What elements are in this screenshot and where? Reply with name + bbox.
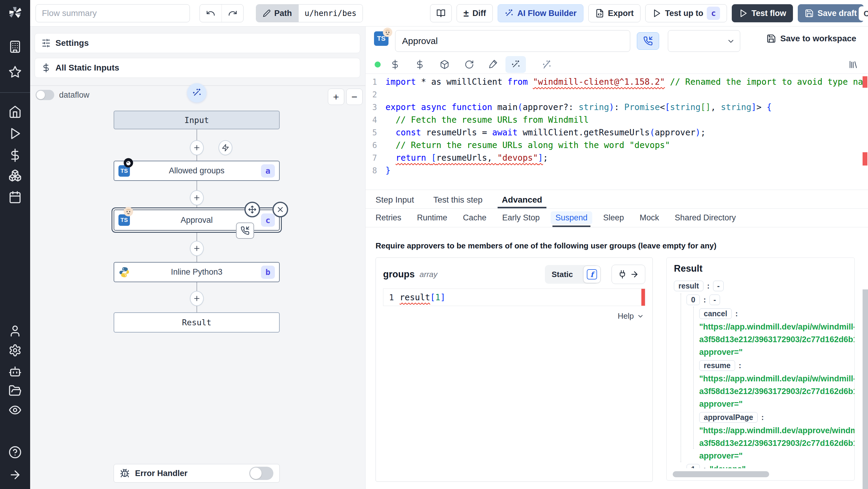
add-trigger-button[interactable] bbox=[218, 140, 232, 155]
ai-assist-button[interactable] bbox=[187, 83, 207, 102]
error-handler-toggle[interactable] bbox=[249, 467, 273, 480]
save-draft-button[interactable]: Save draft C bbox=[798, 4, 864, 22]
step-title-input[interactable] bbox=[395, 30, 630, 52]
code-token: main bbox=[492, 102, 518, 112]
code-line[interactable]: 5 const resumeUrls = await wmillClient.g… bbox=[366, 126, 868, 139]
diff-button[interactable]: ± Diff bbox=[457, 4, 493, 22]
flow-summary-input[interactable] bbox=[36, 4, 190, 22]
code-token: // Return the resume URLs along with the… bbox=[396, 140, 670, 150]
variables-icon[interactable] bbox=[8, 149, 22, 162]
subtab-shared-directory[interactable]: Shared Directory bbox=[675, 209, 736, 227]
add-step-button[interactable] bbox=[190, 291, 204, 306]
horizontal-scrollbar-thumb[interactable] bbox=[673, 471, 769, 477]
resources-icon-button[interactable] bbox=[413, 58, 427, 71]
settings-gear-icon[interactable] bbox=[8, 344, 22, 357]
home-icon[interactable] bbox=[8, 105, 22, 119]
ai-wand-icon-button[interactable] bbox=[505, 56, 526, 73]
code-line[interactable]: 7 return [resumeUrls, "devops"]; bbox=[366, 152, 868, 164]
redo-button[interactable] bbox=[221, 4, 243, 22]
folders-icon[interactable] bbox=[8, 384, 22, 397]
subtab-retries[interactable]: Retries bbox=[375, 209, 401, 227]
zoom-out-button[interactable]: − bbox=[346, 89, 363, 105]
code-line[interactable]: 8} bbox=[366, 164, 868, 177]
result-key-pill[interactable]: approvalPage bbox=[699, 412, 758, 423]
code-line[interactable]: 1import * as wmillClient from "windmill-… bbox=[366, 76, 868, 88]
result-string-value: approver=" bbox=[667, 450, 855, 462]
vertical-scrollbar-thumb[interactable] bbox=[863, 289, 868, 489]
suspend-approval-indicator[interactable] bbox=[236, 222, 254, 239]
code-line[interactable]: 6 // Return the resume URLs along with t… bbox=[366, 139, 868, 152]
delete-step-button[interactable] bbox=[273, 202, 288, 217]
undo-button[interactable] bbox=[200, 4, 221, 22]
subtab-mock[interactable]: Mock bbox=[640, 209, 659, 227]
user-icon[interactable] bbox=[8, 325, 22, 338]
code-line[interactable]: 4 // Fetch the resume URLs from Windmill bbox=[366, 114, 868, 126]
connect-input-button[interactable] bbox=[612, 265, 645, 284]
subtab-cache[interactable]: Cache bbox=[463, 209, 487, 227]
package-icon-button[interactable] bbox=[438, 58, 451, 71]
path-value[interactable]: u/henri/bes bbox=[299, 4, 363, 22]
code-line[interactable]: 2 bbox=[366, 88, 868, 101]
help-toggle[interactable]: Help bbox=[618, 311, 644, 321]
collapse-toggle[interactable]: - bbox=[710, 295, 720, 305]
static-mode-control[interactable]: Static f bbox=[545, 265, 598, 284]
flow-node-allowed-groups[interactable]: TS Allowed groups a bbox=[114, 161, 280, 181]
variables-icon-button[interactable] bbox=[389, 58, 402, 71]
flow-node-input[interactable]: Input bbox=[114, 111, 280, 129]
ai-wand-off-icon-button[interactable] bbox=[540, 58, 553, 71]
tab-step-input[interactable]: Step Input bbox=[375, 191, 414, 208]
result-key-pill[interactable]: resume bbox=[699, 360, 735, 371]
result-key-pill[interactable]: cancel bbox=[699, 308, 732, 319]
result-key-pill[interactable]: result bbox=[674, 281, 704, 291]
flow-settings-button[interactable]: Settings bbox=[35, 33, 360, 53]
test-flow-button[interactable]: Test flow bbox=[732, 4, 793, 22]
expression-mode-button[interactable]: f bbox=[583, 266, 601, 283]
dataflow-toggle[interactable] bbox=[36, 90, 54, 100]
audit-eye-icon[interactable] bbox=[8, 403, 22, 417]
subtab-sleep[interactable]: Sleep bbox=[603, 209, 624, 227]
workers-bot-icon[interactable] bbox=[8, 365, 22, 378]
python-icon bbox=[119, 266, 130, 278]
groups-expression-editor[interactable]: 1 result[1] bbox=[383, 288, 645, 306]
add-step-button[interactable] bbox=[190, 241, 204, 256]
expand-sidebar-icon[interactable] bbox=[8, 468, 22, 482]
code-token: 1 bbox=[435, 293, 440, 302]
test-up-to-button[interactable]: Test up to c bbox=[645, 4, 727, 22]
edit-path-button[interactable]: Path bbox=[256, 4, 299, 22]
suspend-phone-button[interactable] bbox=[637, 32, 659, 50]
reload-icon-button[interactable] bbox=[463, 58, 476, 71]
flow-node-result[interactable]: Result bbox=[114, 312, 280, 333]
zoom-in-button[interactable]: + bbox=[328, 89, 344, 105]
subtab-early-stop[interactable]: Early Stop bbox=[502, 209, 540, 227]
docs-button[interactable] bbox=[430, 4, 452, 22]
subtab-runtime[interactable]: Runtime bbox=[417, 209, 447, 227]
library-icon-button[interactable] bbox=[846, 58, 860, 71]
favorites-icon[interactable] bbox=[8, 65, 22, 79]
runs-icon[interactable] bbox=[8, 127, 22, 140]
code-token: ) bbox=[695, 127, 701, 137]
resources-icon[interactable] bbox=[8, 169, 22, 182]
result-key-pill[interactable]: 1 bbox=[687, 464, 700, 468]
template-select[interactable] bbox=[668, 30, 740, 52]
save-to-workspace-button[interactable]: Save to workspace bbox=[767, 34, 856, 43]
flow-node-inline-python[interactable]: Inline Python3 b bbox=[114, 262, 280, 282]
schedules-icon[interactable] bbox=[8, 190, 22, 204]
code-editor[interactable]: 1import * as wmillClient from "windmill-… bbox=[366, 73, 868, 190]
result-key-pill[interactable]: 0 bbox=[687, 295, 700, 305]
sliders-icon bbox=[41, 39, 51, 48]
collapse-toggle[interactable]: - bbox=[713, 281, 723, 291]
tab-advanced[interactable]: Advanced bbox=[502, 191, 542, 208]
all-static-inputs-button[interactable]: All Static Inputs bbox=[35, 58, 360, 78]
add-step-button[interactable] bbox=[190, 190, 204, 205]
windmill-logo-icon[interactable] bbox=[7, 4, 24, 21]
tab-test-this-step[interactable]: Test this step bbox=[433, 191, 483, 208]
workspace-icon[interactable] bbox=[8, 40, 22, 53]
code-line[interactable]: 3export async function main(approver?: s… bbox=[366, 101, 868, 114]
ai-flow-builder-button[interactable]: AI Flow Builder bbox=[498, 4, 584, 22]
add-step-button[interactable] bbox=[190, 140, 204, 155]
format-brush-icon-button[interactable] bbox=[486, 58, 499, 71]
export-button[interactable]: Export bbox=[588, 4, 641, 22]
help-icon[interactable] bbox=[8, 446, 22, 459]
subtab-suspend[interactable]: Suspend bbox=[555, 209, 588, 227]
move-step-handle[interactable] bbox=[244, 202, 260, 217]
